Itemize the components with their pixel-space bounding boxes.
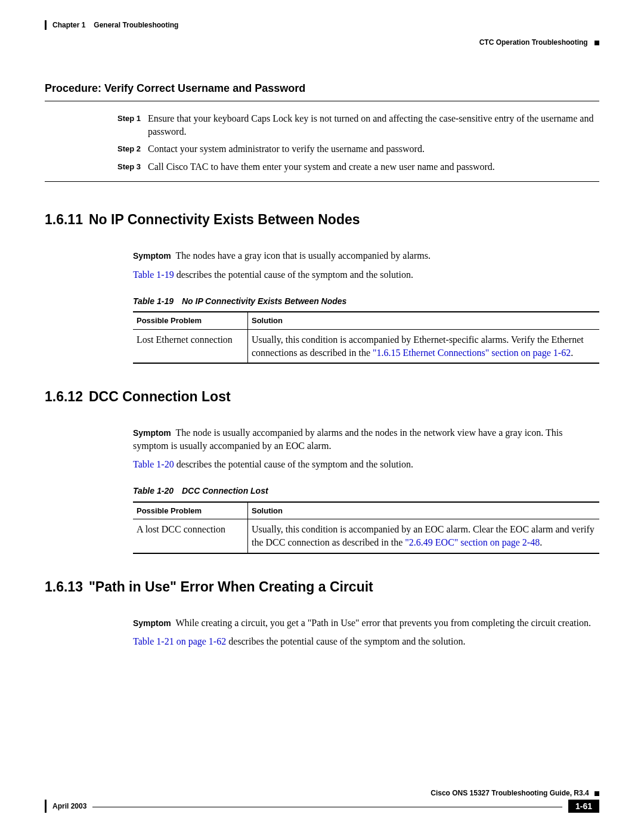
table-caption: Table 1-20DCC Connection Lost [133, 485, 599, 497]
trouble-table: Possible Problem Solution Lost Ethernet … [133, 311, 599, 364]
section-heading: 1.6.13 "Path in Use" Error When Creating… [45, 579, 599, 595]
page: Chapter 1 General Troubleshooting CTC Op… [0, 0, 644, 833]
symptom-text: While creating a circuit, you get a "Pat… [176, 618, 591, 628]
symptom-para: Symptom The nodes have a gray icon that … [133, 249, 599, 262]
step-text: Ensure that your keyboard Caps Lock key … [148, 112, 599, 138]
section-body: Symptom The nodes have a gray icon that … [133, 249, 599, 364]
footer-guide-row: Cisco ONS 15327 Troubleshooting Guide, R… [45, 789, 599, 797]
desc-after: describes the potential cause of the sym… [174, 270, 413, 280]
procedure-title: Procedure: Verify Correct Username and P… [45, 82, 599, 95]
symptom-para: Symptom While creating a circuit, you ge… [133, 617, 599, 630]
header-sub: CTC Operation Troubleshooting [45, 38, 599, 47]
desc-para: Table 1-21 on page 1-62 describes the po… [133, 635, 599, 648]
footer-bottom-row: April 2003 1-61 [45, 800, 599, 813]
table-ref-link[interactable]: Table 1-20 [133, 459, 174, 469]
step-row: Step 1 Ensure that your keyboard Caps Lo… [96, 112, 599, 138]
divider [45, 101, 599, 101]
section-body: Symptom While creating a circuit, you ge… [133, 617, 599, 648]
sol-link[interactable]: "2.6.49 EOC" section on page 2-48 [405, 537, 540, 547]
header-row: Chapter 1 General Troubleshooting [45, 20, 599, 30]
chapter-title: General Troubleshooting [94, 21, 178, 29]
subheader-text: CTC Operation Troubleshooting [479, 38, 588, 47]
desc-after: describes the potential cause of the sym… [226, 636, 465, 646]
section-num: 1.6.11 [45, 212, 83, 228]
symptom-text: The node is usually accompanied by alarm… [133, 428, 562, 451]
footer-guide: Cisco ONS 15327 Troubleshooting Guide, R… [431, 789, 589, 797]
trouble-table: Possible Problem Solution A lost DCC con… [133, 501, 599, 554]
square-icon [595, 41, 599, 45]
desc-para: Table 1-20 describes the potential cause… [133, 458, 599, 471]
th-problem: Possible Problem [133, 502, 248, 519]
cell-problem: Lost Ethernet connection [133, 330, 248, 364]
section-1-6-13: 1.6.13 "Path in Use" Error When Creating… [45, 579, 599, 648]
section-title: No IP Connectivity Exists Between Nodes [89, 212, 360, 228]
section-title: DCC Connection Lost [89, 389, 231, 405]
table-ref-link[interactable]: Table 1-19 [133, 270, 174, 280]
step-label: Step 1 [96, 112, 148, 138]
footer-rule [92, 807, 562, 807]
cell-solution: Usually, this condition is accompanied b… [248, 330, 600, 364]
step-text: Call Cisco TAC to have them enter your s… [148, 160, 599, 174]
step-row: Step 3 Call Cisco TAC to have them enter… [96, 160, 599, 174]
footer: Cisco ONS 15327 Troubleshooting Guide, R… [45, 789, 599, 813]
th-solution: Solution [248, 502, 600, 519]
section-num: 1.6.13 [45, 579, 83, 595]
symptom-para: Symptom The node is usually accompanied … [133, 426, 599, 452]
page-number: 1-61 [568, 800, 599, 813]
table-ref-link[interactable]: Table 1-21 on page 1-62 [133, 636, 226, 646]
square-icon [595, 791, 599, 796]
cell-solution: Usually, this condition is accompanied b… [248, 519, 600, 553]
header-bar-icon [45, 20, 47, 30]
symptom-label: Symptom [133, 251, 171, 261]
cell-problem: A lost DCC connection [133, 519, 248, 553]
step-label: Step 3 [96, 160, 148, 174]
table-caption: Table 1-19No IP Connectivity Exists Betw… [133, 296, 599, 307]
caption-num: Table 1-20 [133, 486, 174, 496]
footer-date: April 2003 [52, 802, 86, 810]
sol-after: . [540, 537, 542, 547]
table-row: Lost Ethernet connection Usually, this c… [133, 330, 599, 364]
symptom-text: The nodes have a gray icon that is usual… [176, 250, 431, 261]
desc-after: describes the potential cause of the sym… [174, 459, 413, 469]
caption-title: DCC Connection Lost [182, 486, 268, 496]
sol-link[interactable]: "1.6.15 Ethernet Connections" section on… [373, 348, 571, 358]
section-num: 1.6.12 [45, 389, 83, 405]
section-title: "Path in Use" Error When Creating a Circ… [89, 579, 373, 595]
content: Procedure: Verify Correct Username and P… [45, 82, 599, 648]
section-body: Symptom The node is usually accompanied … [133, 426, 599, 553]
step-row: Step 2 Contact your system administrator… [96, 143, 599, 156]
divider [45, 181, 599, 182]
th-problem: Possible Problem [133, 312, 248, 329]
section-1-6-12: 1.6.12 DCC Connection Lost Symptom The n… [45, 389, 599, 553]
section-1-6-11: 1.6.11 No IP Connectivity Exists Between… [45, 212, 599, 364]
symptom-label: Symptom [133, 428, 171, 438]
steps-list: Step 1 Ensure that your keyboard Caps Lo… [96, 112, 599, 173]
symptom-label: Symptom [133, 618, 171, 628]
sol-after: . [571, 348, 573, 358]
th-solution: Solution [248, 312, 600, 329]
caption-title: No IP Connectivity Exists Between Nodes [182, 296, 346, 306]
section-heading: 1.6.11 No IP Connectivity Exists Between… [45, 212, 599, 228]
step-label: Step 2 [96, 143, 148, 156]
table-row: A lost DCC connection Usually, this cond… [133, 519, 599, 553]
step-text: Contact your system administrator to ver… [148, 143, 599, 156]
caption-num: Table 1-19 [133, 296, 174, 306]
footer-bar-icon [45, 800, 47, 813]
section-heading: 1.6.12 DCC Connection Lost [45, 389, 599, 405]
desc-para: Table 1-19 describes the potential cause… [133, 268, 599, 281]
chapter-label: Chapter 1 [52, 21, 85, 29]
